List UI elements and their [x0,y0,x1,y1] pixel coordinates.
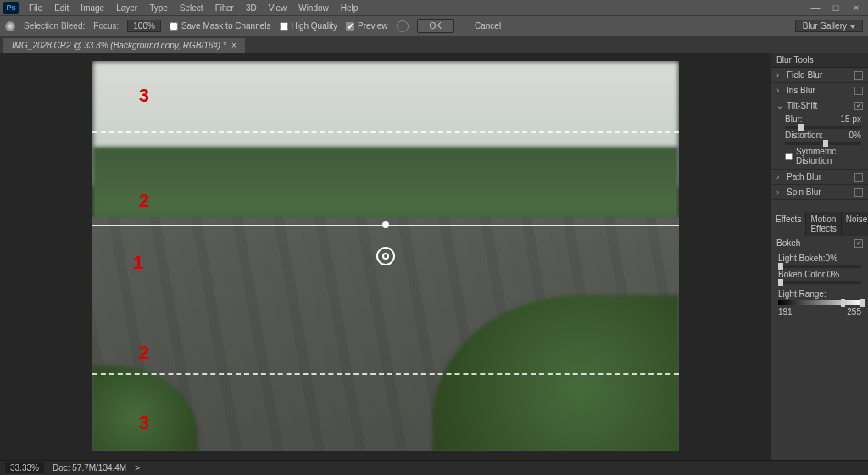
distortion-slider[interactable] [785,142,861,145]
high-quality-checkbox[interactable]: High Quality [280,21,337,31]
light-range-high[interactable]: 255 [847,307,861,316]
reset-icon[interactable] [397,20,409,32]
tilt-shift-checkbox[interactable]: ✓ [854,102,863,110]
bokeh-color-label: Bokeh Color: [778,270,827,279]
workspace-switcher[interactable]: Blur Gallery [795,20,863,32]
disclosure-icon: › [776,86,783,95]
annotation: 3 [139,412,149,434]
workspace: 3 2 1 2 3 Blur Tools ›Field Blur ›Iris B… [0,53,868,460]
menu-image[interactable]: Image [75,2,109,14]
tilt-shift-section: ⌄Tilt-Shift✓ Blur:15 px Distortion:0% Sy… [771,98,868,170]
light-bokeh-value[interactable]: 0% [826,254,837,263]
blur-tool-icon [5,21,15,31]
menu-edit[interactable]: Edit [49,2,74,14]
bokeh-header[interactable]: Bokeh✓ [771,236,868,250]
right-panel-stack: Blur Tools ›Field Blur ›Iris Blur ⌄Tilt-… [771,53,868,460]
light-bokeh-label: Light Bokeh: [778,254,826,263]
light-range-low[interactable]: 191 [778,307,793,316]
document-tab-label: IMG_2028.CR2 @ 33.3% (Background copy, R… [12,41,226,50]
blur-value[interactable]: 15 px [841,115,861,124]
tiltshift-handle-top[interactable] [382,221,389,228]
tab-noise[interactable]: Noise [842,212,868,236]
focus-value[interactable]: 100% [127,20,161,32]
tab-motion-effects[interactable]: Motion Effects [806,212,841,236]
annotation: 3 [139,85,149,107]
bokeh-color-slider[interactable] [778,281,861,284]
bokeh-checkbox[interactable]: ✓ [854,239,863,248]
light-bokeh-slider[interactable] [778,265,861,268]
blur-slider[interactable] [785,126,861,129]
light-range-slider[interactable] [778,300,861,305]
effects-panel-tabs: Effects Motion Effects Noise [771,212,868,236]
disclosure-icon: › [776,187,783,197]
options-bar: Selection Bleed: Focus: 100% Save Mask t… [0,15,868,36]
menu-bar: Ps File Edit Image Layer Type Select Fil… [0,0,868,15]
spin-blur-section[interactable]: ›Spin Blur [771,185,868,200]
focus-label: Focus: [93,21,119,31]
disclosure-icon: ⌄ [776,101,783,110]
distortion-label: Distortion: [785,131,823,140]
blur-tools-panel-title: Blur Tools [771,53,868,68]
menu-filter[interactable]: Filter [210,2,239,14]
save-mask-checkbox[interactable]: Save Mask to Channels [170,21,271,31]
close-tab-icon[interactable]: × [231,41,236,50]
path-blur-section[interactable]: ›Path Blur [771,170,868,185]
symmetric-distortion-checkbox[interactable]: Symmetric Distortion [785,147,861,165]
document-tab[interactable]: IMG_2028.CR2 @ 33.3% (Background copy, R… [3,38,245,53]
path-blur-checkbox[interactable] [854,173,863,182]
field-blur-checkbox[interactable] [854,71,863,80]
annotation: 1 [133,252,143,274]
tiltshift-center-pin[interactable] [376,247,395,265]
tiltshift-outer-line-bottom[interactable] [92,373,679,375]
spin-blur-checkbox[interactable] [854,188,863,197]
disclosure-icon: › [776,70,783,80]
distortion-value[interactable]: 0% [849,131,861,140]
canvas-area: 3 2 1 2 3 [0,53,771,460]
close-button[interactable]: × [848,3,865,13]
blur-label: Blur: [785,115,803,124]
disclosure-icon: › [776,172,783,182]
chevron-down-icon [850,21,855,31]
app-logo: Ps [3,2,19,14]
selection-bleed-label: Selection Bleed: [24,21,85,31]
menu-3d[interactable]: 3D [241,2,262,14]
status-bar: 33.33% Doc: 57.7M/134.4M > [0,460,868,475]
menu-layer[interactable]: Layer [111,2,142,14]
document-tab-strip: IMG_2028.CR2 @ 33.3% (Background copy, R… [0,36,868,53]
window-controls: — □ × [807,3,865,13]
menu-select[interactable]: Select [175,2,209,14]
ok-button[interactable]: OK [417,19,454,33]
menu-view[interactable]: View [264,2,292,14]
maximize-button[interactable]: □ [827,3,844,13]
annotation: 2 [139,190,149,212]
iris-blur-section[interactable]: ›Iris Blur [771,83,868,98]
annotation: 2 [139,342,149,364]
menu-type[interactable]: Type [144,2,173,14]
tab-effects[interactable]: Effects [771,212,806,236]
bokeh-color-value[interactable]: 0% [827,270,839,279]
canvas[interactable]: 3 2 1 2 3 [92,61,679,451]
preview-checkbox[interactable]: Preview [346,21,388,31]
minimize-button[interactable]: — [807,3,824,13]
cancel-button[interactable]: Cancel [463,20,513,32]
zoom-level[interactable]: 33.33% [5,462,44,473]
menu-help[interactable]: Help [336,2,364,14]
status-arrow-icon[interactable]: > [135,463,140,472]
tiltshift-outer-line-top[interactable] [92,131,679,133]
menu-file[interactable]: File [24,2,47,14]
field-blur-section[interactable]: ›Field Blur [771,68,868,83]
doc-size: Doc: 57.7M/134.4M [53,463,126,472]
menu-window[interactable]: Window [293,2,334,14]
light-range-label: Light Range: [778,289,826,299]
iris-blur-checkbox[interactable] [854,87,863,95]
